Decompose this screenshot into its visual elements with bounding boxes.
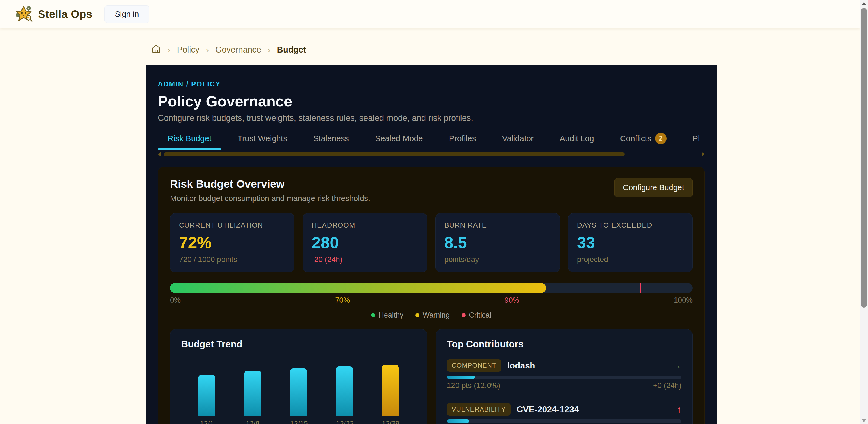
scrollbar-up-arrow-icon[interactable] (862, 2, 866, 5)
page-title: Policy Governance (158, 93, 705, 110)
breadcrumb-separator-icon: › (167, 45, 170, 55)
browser-vertical-scrollbar[interactable] (860, 0, 868, 424)
stat-value: 280 (312, 233, 418, 252)
tab-label: Audit Log (560, 134, 594, 143)
tab-risk-budget[interactable]: Risk Budget (158, 133, 221, 150)
star-mascot-logo-icon (15, 5, 33, 24)
brand-title: Stella Ops (38, 8, 92, 20)
tab-profiles[interactable]: Profiles (439, 133, 486, 150)
budget-trend-chart (181, 356, 416, 416)
legend-label: Warning (423, 311, 450, 319)
top-contributors-card: Top Contributors COMPONENT lodash → 120 … (436, 329, 693, 424)
breadcrumb-separator-icon: › (206, 45, 209, 55)
stat-label: CURRENT UTILIZATION (179, 221, 285, 229)
legend-item-critical: Critical (462, 311, 491, 319)
tab-label: Sealed Mode (375, 134, 423, 143)
trend-up-arrow-icon: ↑ (677, 404, 681, 415)
tab-clipped[interactable]: Pl (683, 133, 705, 150)
tab-scrollbar-thumb[interactable] (164, 152, 625, 156)
tab-bar-divider (158, 159, 705, 159)
trend-tick-label: 12/8 (244, 419, 261, 424)
stat-value: 33 (577, 233, 684, 252)
gauge-label-100: 100% (674, 296, 692, 304)
home-icon[interactable] (151, 44, 161, 56)
tab-label: Staleness (313, 134, 349, 143)
contributor-bar-track (447, 419, 682, 423)
stat-value: 72% (179, 233, 285, 252)
legend-label: Healthy (378, 311, 403, 319)
tab-label: Conflicts (620, 134, 651, 143)
app-header: Stella Ops Sign in (0, 0, 860, 28)
utilization-gauge: 0% 70% 90% 100% Healthy Warning Critical (170, 283, 692, 319)
contributor-row-cve-2024-1234[interactable]: VULNERABILITY CVE-2024-1234 ↑ 95 pts (9.… (447, 403, 682, 424)
gauge-label-0: 0% (170, 296, 181, 304)
row-divider (447, 395, 682, 395)
trend-bar (244, 371, 261, 416)
scroll-right-arrow-icon[interactable] (702, 152, 705, 157)
overview-title: Risk Budget Overview (170, 178, 370, 190)
contributor-name: lodash (507, 361, 535, 371)
scroll-left-arrow-icon[interactable] (158, 152, 161, 157)
trend-flat-arrow-icon: → (673, 361, 681, 371)
configure-budget-button[interactable]: Configure Budget (615, 178, 692, 197)
trend-axis-labels: 12/1 12/8 12/15 12/22 12/29 (181, 419, 416, 424)
tab-conflicts[interactable]: Conflicts 2 (610, 133, 676, 150)
stat-card-current-utilization: CURRENT UTILIZATION 72% 720 / 1000 point… (170, 213, 294, 272)
stat-label: HEADROOM (312, 221, 418, 229)
trend-tick-label: 12/29 (382, 419, 399, 424)
tab-audit-log[interactable]: Audit Log (550, 133, 604, 150)
contributor-bar-fill (447, 376, 475, 379)
breadcrumb-separator-icon: › (268, 45, 271, 55)
breadcrumb-link-policy[interactable]: Policy (177, 45, 199, 55)
policy-governance-panel: ADMIN / POLICY Policy Governance Configu… (146, 65, 717, 424)
trend-bar (336, 366, 353, 416)
trend-tick-label: 12/22 (336, 419, 353, 424)
stat-label: DAYS TO EXCEEDED (577, 221, 684, 229)
trend-tick-label: 12/1 (198, 419, 215, 424)
tab-trust-weights[interactable]: Trust Weights (228, 133, 297, 150)
healthy-dot-icon (371, 313, 375, 317)
scrollbar-down-arrow-icon[interactable] (862, 419, 866, 422)
sign-in-button[interactable]: Sign in (104, 5, 150, 23)
stat-card-headroom: HEADROOM 280 -20 (24h) (303, 213, 427, 272)
stat-sub: -20 (24h) (312, 255, 418, 264)
tab-scrollbar[interactable] (158, 152, 705, 157)
contributor-row-lodash[interactable]: COMPONENT lodash → 120 pts (12.0%) +0 (2… (447, 359, 682, 390)
trend-bar (198, 375, 215, 416)
top-contributors-title: Top Contributors (447, 339, 682, 350)
trend-bar-current (382, 365, 399, 416)
conflicts-count-badge: 2 (655, 133, 666, 144)
stat-card-burn-rate: BURN RATE 8.5 points/day (435, 213, 560, 272)
stats-grid: CURRENT UTILIZATION 72% 720 / 1000 point… (170, 213, 692, 272)
trend-tick-label: 12/15 (290, 419, 307, 424)
contributor-name: CVE-2024-1234 (517, 404, 579, 415)
stat-value: 8.5 (444, 233, 551, 252)
tab-sealed-mode[interactable]: Sealed Mode (365, 133, 433, 150)
tab-validator[interactable]: Validator (492, 133, 544, 150)
gauge-critical-threshold-marker (640, 283, 641, 293)
tab-label: Trust Weights (238, 134, 287, 143)
tab-staleness[interactable]: Staleness (304, 133, 359, 150)
gauge-label-70: 70% (335, 296, 350, 304)
tab-scrollbar-track[interactable] (163, 152, 699, 156)
legend-item-warning: Warning (415, 311, 450, 319)
gauge-track (170, 283, 692, 293)
breadcrumb: › Policy › Governance › Budget (151, 44, 306, 56)
gauge-legend: Healthy Warning Critical (170, 311, 692, 319)
breadcrumb-link-governance[interactable]: Governance (215, 45, 261, 55)
overview-subtitle: Monitor budget consumption and manage ri… (170, 194, 370, 203)
gauge-labels: 0% 70% 90% 100% (170, 296, 692, 304)
page-subtitle: Configure risk budgets, trust weights, s… (158, 113, 705, 123)
tab-label: Pl (692, 134, 700, 143)
scrollbar-thumb[interactable] (861, 8, 867, 307)
contributor-delta: +0 (24h) (653, 381, 681, 390)
stat-sub: 720 / 1000 points (179, 255, 285, 264)
gauge-label-90: 90% (505, 296, 519, 304)
tab-bar: Risk Budget Trust Weights Staleness Seal… (158, 133, 705, 150)
brand[interactable]: Stella Ops (15, 5, 92, 24)
tab-label: Risk Budget (167, 134, 212, 143)
gauge-fill (170, 283, 546, 293)
contributor-bar-track (447, 376, 682, 379)
stat-sub: points/day (444, 255, 551, 264)
critical-dot-icon (462, 313, 466, 317)
